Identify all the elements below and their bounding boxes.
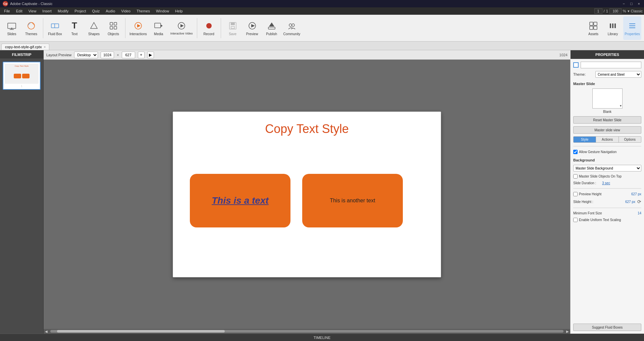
toolbar-interactions-btn[interactable]: Interactions <box>128 16 148 40</box>
prop-divider-1 <box>573 146 641 146</box>
menu-view[interactable]: View <box>26 8 39 14</box>
toolbar-preview-btn[interactable]: Preview <box>243 16 261 40</box>
zoom-input[interactable] <box>609 8 622 14</box>
toolbar-record-btn[interactable]: Record <box>200 16 218 40</box>
theme-select[interactable]: Cement and Steel <box>595 71 641 78</box>
toolbar-slides-btn[interactable]: Slides <box>3 16 21 40</box>
reset-master-slide-btn[interactable]: Reset Master Slide <box>573 116 641 124</box>
allow-gesture-checkbox[interactable] <box>573 150 578 154</box>
minimize-btn[interactable]: − <box>621 2 626 6</box>
svg-rect-31 <box>594 26 597 29</box>
preview-label: Preview <box>246 32 258 36</box>
menu-themes[interactable]: Themes <box>134 8 153 14</box>
thumb-box-2 <box>22 74 30 78</box>
master-objects-label: Master Slide Objects On Top <box>579 175 622 178</box>
app-title: Adobe Captivate - Classic <box>10 2 53 6</box>
menu-quiz[interactable]: Quiz <box>90 8 103 14</box>
toolbar-shapes-btn[interactable]: Shapes <box>85 16 103 40</box>
media-icon <box>153 20 164 31</box>
slide-thumb-1[interactable]: Copy Text Style 1 <box>3 62 41 90</box>
hscroll-thumb[interactable] <box>57 330 225 333</box>
text-label: Text <box>71 32 77 36</box>
svg-rect-5 <box>51 24 59 28</box>
spacer <box>573 225 641 321</box>
titlebar-controls[interactable]: − □ × <box>621 2 641 6</box>
preview-height-label: Preview Height <box>579 192 601 196</box>
color-swatch[interactable] <box>573 62 579 68</box>
text-box-2[interactable]: This is another text <box>302 174 403 227</box>
toolbar-text-btn[interactable]: T Text <box>65 16 84 40</box>
preview-height-checkbox[interactable] <box>573 192 578 196</box>
menu-modify[interactable]: Modify <box>55 8 71 14</box>
menu-window[interactable]: Window <box>153 8 172 14</box>
slide[interactable]: Copy Text Style This is a text This is a… <box>173 112 441 277</box>
slide-height-row: Slide Height : 627 px ⟳ <box>573 199 641 204</box>
menu-help[interactable]: Help <box>172 8 185 14</box>
tab-close-btn[interactable]: × <box>44 45 46 49</box>
options-tab[interactable]: Options <box>619 137 641 142</box>
allow-gesture-row: Allow Gesture Navigation <box>573 150 641 154</box>
toolbar-community-btn[interactable]: Community <box>282 16 302 40</box>
actions-tab[interactable]: Actions <box>596 137 619 142</box>
close-btn[interactable]: × <box>637 2 641 6</box>
zoom-dropdown[interactable]: ▾ <box>628 9 630 13</box>
menu-file[interactable]: File <box>1 8 13 14</box>
master-slide-box[interactable]: ▾ <box>592 88 623 109</box>
svg-point-18 <box>206 23 212 28</box>
text-icon: T <box>69 20 80 31</box>
toolbar-themes-btn[interactable]: Themes <box>22 16 40 40</box>
hscroll-right-btn[interactable]: ▶ <box>565 330 570 333</box>
main-tab[interactable]: copy-text-style-gif.cptx × <box>1 44 49 50</box>
media-label: Media <box>154 32 163 36</box>
color-value-input[interactable] <box>581 62 641 68</box>
toolbar-media-btn[interactable]: Media <box>150 16 168 40</box>
width-input[interactable] <box>101 52 114 58</box>
slide-counter-input[interactable] <box>594 8 602 14</box>
timeline-label: TIMELINE <box>314 336 331 340</box>
tab-label: copy-text-style-gif.cptx <box>5 45 42 49</box>
svg-rect-24 <box>268 27 275 29</box>
height-input[interactable] <box>122 52 135 58</box>
toolbar-fluid-box-btn[interactable]: Fluid Box <box>46 16 64 40</box>
properties-content: Theme: Cement and Steel Master Slide ▾ B… <box>571 59 644 334</box>
library-label: Library <box>608 32 618 36</box>
menu-project[interactable]: Project <box>72 8 89 14</box>
slides-label: Slides <box>7 32 16 36</box>
master-slide-name: Blank <box>603 110 611 114</box>
svg-marker-17 <box>180 24 184 27</box>
toolbar-properties-btn[interactable]: Properties <box>623 16 641 40</box>
menu-video[interactable]: Video <box>118 8 133 14</box>
box1-text: This is a text <box>212 195 269 206</box>
play-canvas-btn[interactable]: ▶ <box>147 52 154 58</box>
text-box-1[interactable]: This is a text <box>190 174 290 227</box>
master-slide-chevron-icon: ▾ <box>620 104 622 108</box>
menu-insert[interactable]: Insert <box>40 8 54 14</box>
toolbar-assets-btn[interactable]: Assets <box>584 16 602 40</box>
menu-edit[interactable]: Edit <box>13 8 25 14</box>
svg-rect-21 <box>231 26 234 28</box>
background-select[interactable]: Master Slide Background <box>573 165 641 172</box>
menu-audio[interactable]: Audio <box>103 8 118 14</box>
main-area: FILMSTRIP Copy Text Style 1 Layout Previ… <box>0 50 644 334</box>
maximize-btn[interactable]: □ <box>629 2 634 6</box>
filmstrip-panel: FILMSTRIP Copy Text Style 1 <box>0 50 44 334</box>
toolbar-library-btn[interactable]: Library <box>604 16 622 40</box>
assets-label: Assets <box>588 32 598 36</box>
layout-select[interactable]: Desktop <box>74 52 98 58</box>
toolbar: Slides Themes Fluid Box T Text Shapes Ob… <box>0 15 644 42</box>
hscroll-left-btn[interactable]: ◀ <box>44 330 49 333</box>
svg-marker-23 <box>251 24 255 27</box>
uniform-text-checkbox[interactable] <box>573 218 578 222</box>
slide-duration-value[interactable]: 3 sec <box>602 181 610 185</box>
toolbar-publish-btn[interactable]: Publish <box>263 16 281 40</box>
toolbar-save-btn[interactable]: Save <box>224 16 242 40</box>
suggest-fluid-boxes-btn[interactable]: Suggest Fluid Boxes <box>573 324 641 331</box>
toolbar-interactive-video-btn[interactable]: Interactive Video <box>169 16 194 40</box>
add-canvas-btn[interactable]: + <box>138 52 145 58</box>
slides-icon <box>6 20 17 31</box>
toolbar-objects-btn[interactable]: Objects <box>104 16 122 40</box>
master-objects-checkbox[interactable] <box>573 174 578 179</box>
record-icon <box>204 20 214 31</box>
style-tab[interactable]: Style <box>574 137 596 142</box>
master-slide-view-btn[interactable]: Master slide view <box>573 126 641 134</box>
